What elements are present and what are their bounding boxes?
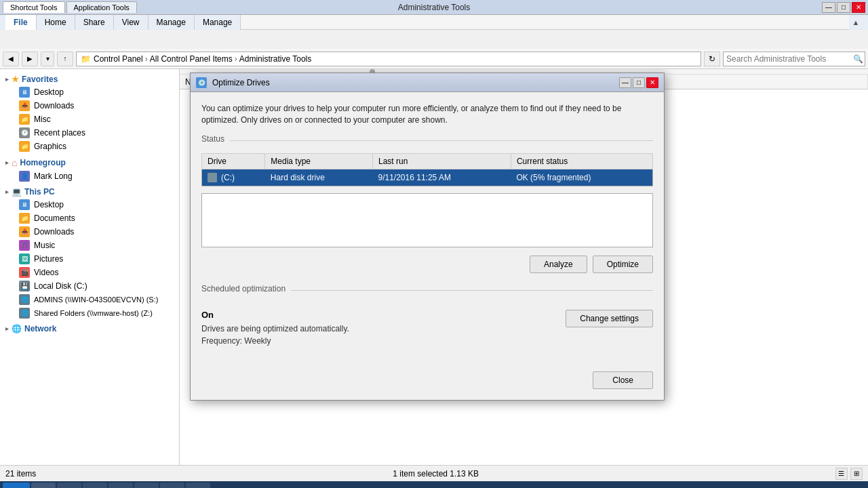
sidebar-item-marklong[interactable]: 👤 Mark Long [0, 169, 179, 183]
thispc-icon: 💻 [12, 187, 22, 197]
shared-icon: 🌐 [19, 308, 30, 319]
back-button[interactable]: ◀ [3, 52, 19, 66]
refresh-button[interactable]: ↻ [704, 52, 720, 66]
dialog-maximize-btn[interactable]: □ [633, 77, 645, 88]
network-section: ▸ 🌐 Network [0, 321, 179, 336]
tab-view[interactable]: View [114, 15, 149, 30]
dialog-app-icon: 💿 [196, 77, 207, 88]
downloads-pc-icon: 📥 [19, 226, 30, 237]
breadcrumb-part3[interactable]: Administrative Tools [239, 54, 312, 64]
sidebar-item-misc[interactable]: 📁 Misc [0, 113, 179, 126]
sidebar-item-downloads-pc[interactable]: 📥 Downloads [0, 225, 179, 239]
sidebar-item-shared[interactable]: 🌐 Shared Folders (\\vmware-host) (Z:) [0, 306, 179, 320]
sidebar-item-music[interactable]: 🎵 Music [0, 239, 179, 252]
marklong-icon: 👤 [19, 171, 30, 182]
application-tools-tab[interactable]: Application Tools [66, 1, 137, 13]
sidebar-item-desktop-pc[interactable]: 🖥 Desktop [0, 198, 179, 211]
thispc-header[interactable]: ▸ 💻 This PC [0, 186, 179, 198]
empty-drives-area [201, 193, 653, 247]
sidebar-item-recent[interactable]: 🕐 Recent places [0, 126, 179, 140]
sidebar-item-graphics[interactable]: 📁 Graphics [0, 140, 179, 153]
search-input[interactable] [724, 54, 851, 64]
tab-file[interactable]: File [5, 15, 37, 30]
taskbar-powerpoint[interactable]: P [134, 483, 159, 488]
dialog-title-bar: 💿 Optimize Drives — □ ✕ [191, 73, 664, 92]
up-button[interactable]: ↑ [57, 52, 73, 66]
network-header[interactable]: ▸ 🌐 Network [0, 323, 179, 335]
taskbar-app2[interactable]: B [186, 483, 210, 488]
close-button[interactable]: ✕ [852, 2, 865, 13]
thispc-label: This PC [24, 187, 55, 197]
title-bar-tabs: Shortcut Tools Application Tools [3, 1, 137, 13]
ribbon-collapse-btn[interactable]: ▲ [849, 15, 863, 30]
tab-manage1[interactable]: Manage [149, 15, 195, 30]
pictures-label: Pictures [34, 254, 63, 264]
tab-home[interactable]: Home [37, 15, 75, 30]
localdisk-label: Local Disk (C:) [34, 281, 87, 291]
col-media-type: Media type [265, 153, 373, 169]
taskbar-firefox[interactable] [83, 483, 107, 488]
shortcut-tools-tab[interactable]: Shortcut Tools [3, 1, 65, 13]
music-icon: 🎵 [19, 240, 30, 251]
scheduled-section-label: Scheduled optimization [201, 284, 285, 293]
dialog-minimize-btn[interactable]: — [619, 77, 631, 88]
drive-media-type-cell: Hard disk drive [265, 169, 373, 186]
minimize-button[interactable]: — [822, 2, 835, 13]
marklong-label: Mark Long [34, 171, 73, 181]
maximize-button[interactable]: □ [837, 2, 850, 13]
breadcrumb-part2[interactable]: All Control Panel Items [150, 54, 233, 64]
tab-manage2[interactable]: Manage [195, 15, 241, 30]
drive-row-c[interactable]: (C:) Hard disk drive 9/11/2016 11:25 AM … [202, 169, 653, 186]
ribbon-content [0, 30, 868, 49]
homegroup-header[interactable]: ▸ ⌂ Homegroup [0, 156, 179, 169]
window-title: Administrative Tools [398, 3, 471, 12]
status-bar: 21 items 1 item selected 1.13 KB ☰ ⊞ [0, 465, 868, 481]
sidebar-item-videos[interactable]: 🎬 Videos [0, 266, 179, 279]
sidebar-item-pictures[interactable]: 🖼 Pictures [0, 252, 179, 266]
scheduled-frequency: Frequency: Weekly [201, 336, 349, 346]
admins-icon: 🌐 [19, 294, 30, 305]
videos-icon: 🎬 [19, 267, 30, 278]
sidebar-item-admins[interactable]: 🌐 ADMINS (\\WIN-O43S00EVCVN) (S:) [0, 293, 179, 306]
analyze-button[interactable]: Analyze [530, 256, 587, 273]
misc-label: Misc [34, 115, 51, 124]
tab-share[interactable]: Share [75, 15, 114, 30]
homegroup-section: ▸ ⌂ Homegroup 👤 Mark Long [0, 155, 179, 184]
taskbar-vs[interactable] [108, 483, 133, 488]
network-chevron: ▸ [5, 325, 9, 332]
dropdown-button[interactable]: ▾ [41, 52, 54, 66]
scheduled-desc: Drives are being optimized automatically… [201, 324, 349, 333]
network-icon: 🌐 [12, 324, 22, 333]
homegroup-label: Homegroup [20, 158, 65, 167]
sidebar: ▸ ★ Favorites 🖥 Desktop 📥 Downloads 📁 Mi… [0, 69, 180, 465]
view-detail-btn[interactable]: ☰ [835, 468, 848, 480]
taskbar-explorer[interactable] [57, 483, 81, 488]
dialog-body: You can optimize your drives to help you… [191, 92, 664, 366]
drive-name-label: (C:) [221, 173, 235, 182]
start-button[interactable] [3, 483, 30, 488]
sidebar-item-desktop-fav[interactable]: 🖥 Desktop [0, 85, 179, 99]
sidebar-item-downloads-fav[interactable]: 📥 Downloads [0, 99, 179, 113]
forward-button[interactable]: ▶ [22, 52, 38, 66]
view-grid-btn[interactable]: ⊞ [850, 468, 863, 480]
favorites-header[interactable]: ▸ ★ Favorites [0, 73, 179, 85]
address-breadcrumb[interactable]: 📁 Control Panel › All Control Panel Item… [76, 52, 701, 66]
sidebar-item-localdisk[interactable]: 💾 Local Disk (C:) [0, 279, 179, 293]
change-settings-button[interactable]: Change settings [566, 310, 653, 327]
music-label: Music [34, 241, 55, 250]
status-section-header: Status [201, 134, 653, 148]
dialog-window-controls: — □ ✕ [619, 77, 658, 88]
dialog-close-btn[interactable]: ✕ [646, 77, 658, 88]
scheduled-on-label: On [201, 310, 349, 320]
breadcrumb-part1[interactable]: Control Panel [94, 54, 143, 64]
favorites-icon: ★ [12, 75, 19, 84]
recent-icon: 🕐 [19, 127, 30, 138]
homegroup-icon: ⌂ [12, 157, 17, 168]
optimize-button[interactable]: Optimize [593, 256, 653, 273]
sidebar-item-documents[interactable]: 📁 Documents [0, 211, 179, 225]
homegroup-chevron: ▸ [5, 159, 9, 166]
taskbar-ie[interactable] [31, 483, 56, 488]
dialog-close-footer-button[interactable]: Close [593, 371, 653, 389]
search-icon[interactable]: 🔍 [851, 52, 865, 66]
taskbar-app1[interactable]: A [160, 483, 184, 488]
